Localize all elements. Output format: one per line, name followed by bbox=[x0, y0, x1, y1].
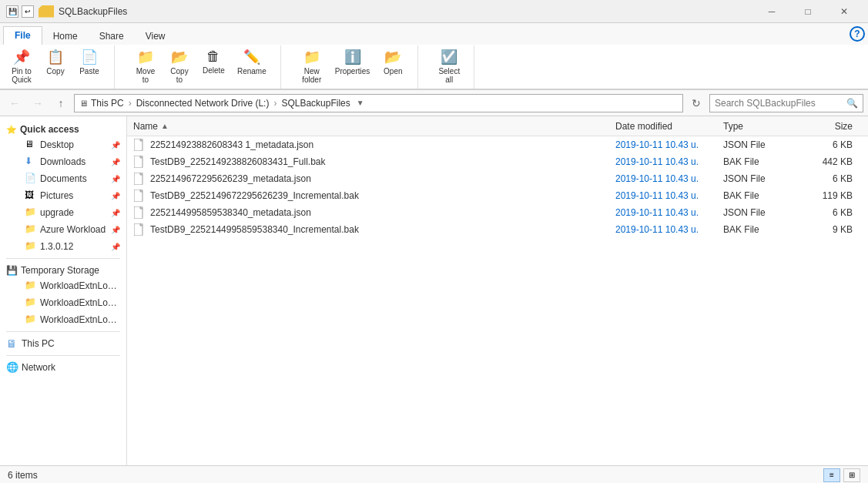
temp-storage-section: 💾 Temporary Storage 📁 WorkloadExtnLogFo.… bbox=[0, 262, 126, 328]
table-row[interactable]: TestDB9_2252149672295626239_Incremental.… bbox=[127, 187, 868, 204]
this-pc-icon: 🖥 bbox=[6, 337, 18, 350]
address-dropdown-arrow[interactable]: ▼ bbox=[357, 99, 364, 107]
pin-indicator-ver: 📌 bbox=[111, 243, 120, 251]
file-size: 9 KB bbox=[800, 224, 862, 235]
view-options: ≡ ⊞ bbox=[823, 468, 860, 482]
sidebar-item-this-pc[interactable]: 🖥 This PC bbox=[0, 335, 126, 352]
file-type: BAK File bbox=[723, 190, 800, 201]
file-size: 119 KB bbox=[800, 190, 862, 201]
minimize-button[interactable]: ─ bbox=[754, 0, 789, 23]
crumb-this-pc[interactable]: This PC bbox=[91, 98, 124, 109]
sidebar-item-azure-workload[interactable]: 📁 Azure Workload 📌 bbox=[0, 221, 126, 238]
file-name: 225214923882608343 1_metadata.json bbox=[150, 139, 615, 150]
file-type: BAK File bbox=[723, 224, 800, 235]
open-button[interactable]: 📂 Open bbox=[377, 45, 408, 87]
file-icon bbox=[133, 173, 146, 185]
sidebar-item-downloads[interactable]: ⬇ Downloads 📌 bbox=[0, 153, 126, 170]
file-type: JSON File bbox=[723, 139, 800, 150]
close-button[interactable]: ✕ bbox=[826, 0, 862, 23]
crumb-sqlbackupfiles[interactable]: SQLBackupFiles bbox=[281, 98, 350, 109]
paste-icon: 📄 bbox=[81, 49, 98, 65]
ribbon: File Home Share View ? 📌 Pin toQuick 📋 C… bbox=[0, 23, 868, 90]
delete-button[interactable]: 🗑 Delete bbox=[198, 45, 230, 87]
sidebar-item-desktop[interactable]: 🖥 Desktop 📌 bbox=[0, 136, 126, 153]
pin-indicator-upg: 📌 bbox=[111, 209, 120, 217]
select-all-button[interactable]: ☑️ Selectall bbox=[434, 45, 464, 87]
pin-indicator-az: 📌 bbox=[111, 226, 120, 234]
copy-to-button[interactable]: 📂 Copyto bbox=[164, 45, 195, 87]
upgrade-folder-icon: 📁 bbox=[25, 206, 37, 219]
file-name: TestDB9_2252149672295626239_Incremental.… bbox=[150, 190, 615, 201]
tab-view[interactable]: View bbox=[135, 28, 176, 45]
back-button[interactable]: ← bbox=[5, 93, 25, 113]
quick-access-expand-icon: ⭐ bbox=[6, 125, 17, 135]
sidebar-item-workload-2[interactable]: 📁 WorkloadExtnLogFo... bbox=[0, 294, 126, 311]
tab-home[interactable]: Home bbox=[42, 28, 89, 45]
file-date: 2019-10-11 10.43 u. bbox=[615, 224, 723, 235]
undo-icon[interactable]: ↩ bbox=[22, 5, 34, 18]
search-input[interactable] bbox=[715, 98, 843, 109]
table-row[interactable]: TestDB9_2252149238826083431_Full.bak 201… bbox=[127, 153, 868, 170]
temp-storage-header[interactable]: 💾 Temporary Storage bbox=[0, 262, 126, 277]
hdd-icon: 💾 bbox=[6, 265, 18, 276]
table-row[interactable]: 2252149672295626239_metadata.json 2019-1… bbox=[127, 170, 868, 187]
file-size: 442 KB bbox=[800, 156, 862, 167]
addressbar: ← → ↑ 🖥 This PC › Disconnected Network D… bbox=[0, 90, 868, 116]
move-icon: 📁 bbox=[137, 49, 154, 65]
file-date: 2019-10-11 10.43 u. bbox=[615, 207, 723, 218]
column-name[interactable]: Name ▲ bbox=[133, 121, 615, 132]
copy-button[interactable]: 📋 Copy bbox=[40, 45, 71, 87]
rename-button[interactable]: ✏️ Rename bbox=[233, 45, 271, 87]
pin-indicator: 📌 bbox=[111, 141, 120, 149]
pin-button[interactable]: 📌 Pin toQuick bbox=[6, 45, 37, 87]
delete-icon: 🗑 bbox=[206, 49, 220, 65]
sidebar-item-upgrade[interactable]: 📁 upgrade 📌 bbox=[0, 204, 126, 221]
sidebar-item-workload-1[interactable]: 📁 WorkloadExtnLogFo... bbox=[0, 277, 126, 294]
sidebar-item-version[interactable]: 📁 1.3.0.12 📌 bbox=[0, 238, 126, 255]
refresh-button[interactable]: ↻ bbox=[686, 93, 706, 113]
tab-share[interactable]: Share bbox=[89, 28, 135, 45]
new-folder-button[interactable]: 📁 Newfolder bbox=[297, 45, 327, 87]
maximize-button[interactable]: □ bbox=[790, 0, 826, 23]
tile-view-button[interactable]: ⊞ bbox=[843, 468, 860, 482]
sidebar-item-workload-3[interactable]: 📁 WorkloadExtnLogFo... bbox=[0, 311, 126, 328]
new-folder-icon: 📁 bbox=[303, 49, 320, 65]
file-type: BAK File bbox=[723, 156, 800, 167]
search-box[interactable]: 🔍 bbox=[709, 94, 863, 112]
file-name: TestDB9_2252149238826083431_Full.bak bbox=[150, 156, 615, 167]
table-row[interactable]: 225214923882608343 1_metadata.json 2019-… bbox=[127, 136, 868, 153]
select-buttons: ☑️ Selectall bbox=[434, 45, 464, 87]
table-row[interactable]: 2252144995859538340_metadata.json 2019-1… bbox=[127, 204, 868, 221]
file-type: JSON File bbox=[723, 207, 800, 218]
sidebar-separator-1 bbox=[6, 258, 120, 259]
column-size[interactable]: Size bbox=[800, 121, 862, 132]
file-rows: 225214923882608343 1_metadata.json 2019-… bbox=[127, 136, 868, 238]
sidebar-item-network[interactable]: 🌐 Network bbox=[0, 359, 126, 376]
properties-button[interactable]: ℹ️ Properties bbox=[330, 45, 375, 87]
tab-file[interactable]: File bbox=[3, 26, 42, 45]
file-date: 2019-10-11 10.43 u. bbox=[615, 139, 723, 150]
column-date[interactable]: Date modified bbox=[615, 121, 723, 132]
documents-icon: 📄 bbox=[25, 173, 37, 185]
sidebar-item-pictures[interactable]: 🖼 Pictures 📌 bbox=[0, 187, 126, 204]
azure-workload-folder-icon: 📁 bbox=[25, 223, 37, 236]
detail-view-button[interactable]: ≡ bbox=[823, 468, 840, 482]
move-to-button[interactable]: 📁 Moveto bbox=[130, 45, 161, 87]
paste-button[interactable]: 📄 Paste bbox=[74, 45, 105, 87]
column-type[interactable]: Type bbox=[723, 121, 800, 132]
pin-indicator-doc: 📌 bbox=[111, 175, 120, 183]
quick-access-header[interactable]: ⭐ Quick access bbox=[0, 121, 126, 136]
forward-button[interactable]: → bbox=[28, 93, 48, 113]
help-button[interactable]: ? bbox=[850, 26, 865, 42]
statusbar: 6 items ≡ ⊞ bbox=[0, 465, 868, 483]
file-list: Name ▲ Date modified Type Size 225214923… bbox=[127, 116, 868, 465]
address-bar[interactable]: 🖥 This PC › Disconnected Network Drive (… bbox=[74, 94, 683, 112]
save-icon[interactable]: 💾 bbox=[6, 5, 18, 18]
new-buttons: 📁 Moveto 📂 Copyto 🗑 Delete ✏️ Rename bbox=[130, 45, 271, 87]
quick-access-label: Quick access bbox=[20, 124, 79, 135]
up-button[interactable]: ↑ bbox=[51, 93, 71, 113]
table-row[interactable]: TestDB9_2252144995859538340_Incremental.… bbox=[127, 221, 868, 238]
sidebar-item-documents[interactable]: 📄 Documents 📌 bbox=[0, 170, 126, 187]
crumb-network-drive[interactable]: Disconnected Network Drive (L:) bbox=[136, 98, 270, 109]
folder-icon bbox=[39, 5, 54, 18]
